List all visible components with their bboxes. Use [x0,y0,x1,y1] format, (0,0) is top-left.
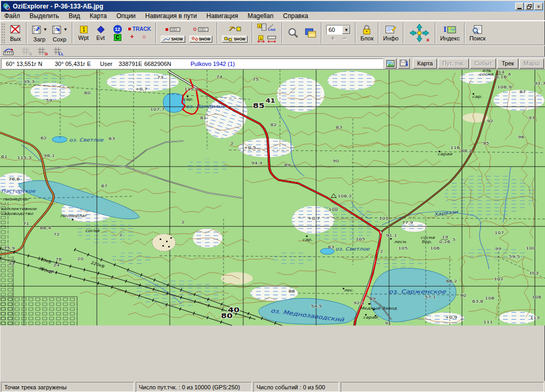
map-label: 71 [23,221,29,226]
waypoint-label: Wpt [78,35,89,41]
mode-buttons: КартаПут. тчк.СобытТрекМарш [413,59,544,69]
menu-item-1[interactable]: Выделить [30,12,59,20]
main-toolbar: Вых ▼ Загр [0,21,545,45]
map-label: +0,7 [135,87,147,91]
coordinate-display: 60° 13,551г N 30° 05,431г E User 338791E… [1,59,383,69]
zoom-combo[interactable]: 60 ▼ [326,25,351,35]
track-tool-button[interactable]: TRACK + ○ [126,21,153,45]
pan-arrows-button[interactable]: × [406,21,433,45]
grid-setup-button[interactable]: S [21,47,31,55]
minimize-button[interactable] [515,3,524,10]
index-button[interactable]: I Индекс [438,21,462,45]
app-window: OziExplorer - Р-36-133-АБ.jpg ✕ ФайлВыде… [0,0,545,392]
zoom-in-button[interactable]: + [331,36,335,41]
close-map-button[interactable]: Вых [7,21,24,45]
map-label: 24 [53,263,60,268]
show-route-toggle: SHOW [222,36,247,43]
menu-item-5[interactable]: Навигация в пути [145,12,197,20]
latitude-value: 60° 13,551г N [6,61,42,67]
show-waypoints-button[interactable]: SHOW [187,21,215,45]
map-windows-icon [304,27,317,39]
separator [26,22,27,44]
map-label: 87 [519,89,526,94]
menu-item-7[interactable]: Magellan [247,12,274,20]
topo-map[interactable]: 95,35960+0,7737475115,0107,7сар.оз. Ламп… [0,70,545,381]
show-route-button[interactable]: SHOW [220,21,250,45]
comment-tool-button[interactable]: 12 C [109,21,126,45]
map-label: сар. [183,97,193,102]
separator [403,22,404,44]
menu-item-6[interactable]: Навигация [207,12,238,20]
save-button[interactable]: ▼ Сохр [49,21,70,45]
map-label: 14 [498,70,505,74]
grid-other-button[interactable]: G [37,47,47,55]
map-label: 20 [77,256,84,261]
save-down-icon [400,60,408,67]
show-track-button[interactable]: SHOW [159,21,187,45]
map-label: 74 [216,74,223,79]
track-mode-button[interactable]: Трек [497,59,518,69]
map-label: 67 [101,184,108,188]
map-label: 81 [200,115,207,120]
map-windows-button[interactable] [302,21,319,45]
map-label: 88,2 [461,148,472,153]
zoom-out-button[interactable]: − [342,36,346,41]
map-label: 77,9 [402,220,413,225]
map-label: 105 [398,246,408,251]
quick-save-button[interactable] [398,59,410,69]
menu-item-8[interactable]: Справка [283,12,308,20]
load-dropdown-icon: ▼ [43,27,47,32]
menu-item-0[interactable]: Файл [4,12,20,20]
index-map-icon: I [443,24,457,35]
track-marks: + ○ [130,33,150,40]
waypoint-tool-button[interactable]: 1 Wpt [75,21,92,45]
map-label: 107,7 [150,107,164,112]
search-button[interactable]: Поиск [467,21,488,45]
map-label: сараи [437,152,452,156]
track-square-icon [128,28,131,30]
load-button[interactable]: ▼ Загр [29,21,49,45]
map-label: 96 [518,135,524,139]
map-label: 102 [494,277,503,281]
easting-value: 338791E [119,61,142,67]
map-mode-button[interactable]: Карта [413,59,437,69]
map-label: +0,9 [445,315,457,320]
map-label: 0,26 [439,239,450,244]
map-label: 106,9 [497,85,511,89]
map-label: 91 [385,321,391,326]
map-label: 66,2 [446,279,457,283]
svg-text:LINE: LINE [268,28,276,31]
restore-button[interactable] [525,3,533,10]
map-label: 4 [508,72,511,77]
waypoint-distance-icon: 1 [257,35,267,43]
map-label: 103 [529,271,539,276]
waypoint-list-icon: 1 [257,23,267,32]
event-tool-button[interactable]: Evt [92,21,109,45]
map-label: 94,4 [251,161,263,165]
report-tools[interactable]: 1 LINE 1 [255,21,279,45]
magnify-button[interactable] [285,21,302,45]
map-label: 98,1 [44,153,55,158]
menu-item-2[interactable]: Вид [69,12,80,20]
screenshot-button[interactable] [385,59,397,69]
grid-latlon-button[interactable]: LL [53,47,63,55]
image-icon [386,60,394,67]
map-label: оз. Сарженское [389,288,446,295]
menu-item-3[interactable]: Карта [90,12,107,20]
separator [155,22,156,44]
close-button[interactable]: ✕ [534,3,543,10]
map-label: 59,5 [509,254,520,259]
map-label: 54,5 [311,304,322,308]
map-label: 63,8 [472,299,483,304]
zoom-value: 60 [327,27,342,33]
menu-item-4[interactable]: Опции [117,12,136,20]
map-label: 95,3 [23,79,35,84]
info-button[interactable]: Инфо [381,21,401,45]
toolbar-grip[interactable] [1,23,5,43]
map-label: 2 [230,141,234,146]
map-label: 77 [9,262,15,266]
lock-button[interactable]: Блок [358,21,376,45]
map-label: 88 [288,288,295,293]
map-label: 62 [40,136,47,140]
scale-ruler-button[interactable] [3,47,15,56]
